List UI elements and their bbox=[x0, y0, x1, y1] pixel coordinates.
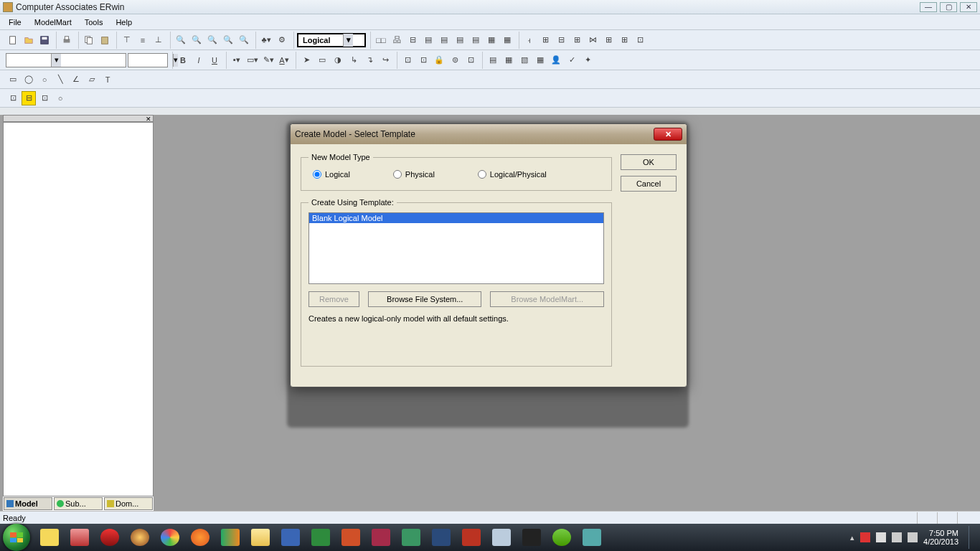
dialog-close-button[interactable]: ✕ bbox=[654, 128, 682, 141]
task-app4-icon[interactable] bbox=[397, 527, 425, 548]
task-butterfly-icon[interactable] bbox=[216, 527, 245, 548]
tree-tab-sub[interactable]: Sub... bbox=[54, 497, 103, 510]
zoom-100-icon[interactable]: 🔍 bbox=[221, 33, 235, 47]
paste-button[interactable] bbox=[98, 33, 112, 47]
dropdown-icon[interactable]: ♣▾ bbox=[259, 33, 273, 47]
merge3-icon[interactable]: ⊡ bbox=[37, 91, 52, 105]
fill-color-icon[interactable]: ▪▾ bbox=[230, 53, 244, 67]
list1-icon[interactable]: ▤ bbox=[421, 33, 435, 47]
menu-tools[interactable]: Tools bbox=[79, 17, 109, 28]
remove-button[interactable]: Remove bbox=[308, 291, 359, 307]
zoom-fit-icon[interactable]: 🔍 bbox=[205, 33, 220, 47]
minimize-button[interactable]: — bbox=[920, 2, 937, 12]
list4-icon[interactable]: ▤ bbox=[468, 33, 483, 47]
new-button[interactable] bbox=[6, 33, 20, 47]
task-explorer-icon[interactable] bbox=[246, 527, 275, 548]
bold-button[interactable]: B bbox=[176, 53, 190, 67]
task-access-icon[interactable] bbox=[367, 527, 395, 548]
task-app2-icon[interactable] bbox=[95, 527, 124, 548]
grid2-icon[interactable]: ▦ bbox=[501, 53, 516, 67]
person-icon[interactable]: 👤 bbox=[549, 53, 563, 67]
menu-help[interactable]: Help bbox=[110, 17, 138, 28]
tree-close-icon[interactable]: ✕ bbox=[144, 116, 153, 121]
layout1-icon[interactable]: ⫞ bbox=[522, 33, 537, 47]
menu-file[interactable]: File bbox=[3, 17, 27, 28]
start-button[interactable] bbox=[3, 524, 30, 551]
tray-battery-icon[interactable] bbox=[876, 532, 886, 542]
tray-expand-icon[interactable]: ▴ bbox=[850, 533, 854, 542]
lock-icon[interactable]: 🔒 bbox=[432, 53, 446, 67]
italic-button[interactable]: I bbox=[192, 53, 206, 67]
save-button[interactable] bbox=[37, 33, 52, 47]
child-icon[interactable]: ⊟ bbox=[405, 33, 420, 47]
gear-icon[interactable]: ⚙ bbox=[275, 33, 289, 47]
merge1-icon[interactable]: ⊡ bbox=[6, 91, 20, 105]
maximize-button[interactable]: ▢ bbox=[940, 2, 957, 12]
check-icon[interactable]: ✓ bbox=[565, 53, 579, 67]
task-idm-icon[interactable] bbox=[547, 527, 576, 548]
align-mid-icon[interactable]: ≡ bbox=[136, 33, 150, 47]
shape-text-icon[interactable]: T bbox=[100, 72, 115, 87]
copy-button[interactable] bbox=[82, 33, 96, 47]
task-app5-icon[interactable] bbox=[427, 527, 456, 548]
task-app6-icon[interactable] bbox=[457, 527, 486, 548]
merge4-icon[interactable]: ○ bbox=[53, 91, 67, 105]
task-excel-icon[interactable] bbox=[306, 527, 335, 548]
task-ppt-icon[interactable] bbox=[336, 527, 365, 548]
layout7-icon[interactable]: ⊞ bbox=[617, 33, 631, 47]
shape-oval-icon[interactable]: ○ bbox=[37, 72, 52, 87]
list3-icon[interactable]: ▤ bbox=[453, 33, 467, 47]
grid4-icon[interactable]: ▦ bbox=[533, 53, 547, 67]
db3-icon[interactable]: ⊜ bbox=[448, 53, 462, 67]
task-word-icon[interactable] bbox=[276, 527, 305, 548]
cancel-button[interactable]: Cancel bbox=[621, 176, 677, 192]
layout6-icon[interactable]: ⊞ bbox=[601, 33, 616, 47]
view-mode-select[interactable]: Logical ▾ bbox=[297, 33, 366, 47]
zoom-out-icon[interactable]: 🔍 bbox=[189, 33, 204, 47]
font-color-icon[interactable]: A▾ bbox=[277, 53, 291, 67]
prop1-icon[interactable]: ▦ bbox=[484, 33, 499, 47]
print-button[interactable] bbox=[60, 33, 74, 47]
layout5-icon[interactable]: ⋈ bbox=[585, 33, 600, 47]
shape-line-icon[interactable]: ╲ bbox=[53, 72, 67, 87]
subtype-icon[interactable]: ◑ bbox=[331, 53, 345, 67]
dialog-titlebar[interactable]: Create Model - Select Template ✕ bbox=[291, 124, 687, 144]
entity-icon[interactable]: □□ bbox=[374, 33, 388, 47]
task-chrome-icon[interactable] bbox=[156, 527, 184, 548]
tray-clock[interactable]: 7:50 PM 4/20/2013 bbox=[923, 529, 958, 546]
font-select[interactable]: ▾ bbox=[6, 53, 126, 67]
shape-poly-icon[interactable]: ∠ bbox=[69, 72, 83, 87]
template-listbox[interactable]: Blank Logical Model bbox=[308, 212, 604, 284]
layout3-icon[interactable]: ⊟ bbox=[554, 33, 568, 47]
rel2-icon[interactable]: ↴ bbox=[362, 53, 377, 67]
browse-fs-button[interactable]: Browse File System... bbox=[368, 291, 482, 307]
align-top-icon[interactable]: ⊤ bbox=[120, 33, 134, 47]
tree-tab-dom[interactable]: Dom... bbox=[104, 497, 153, 510]
db4-icon[interactable]: ⊡ bbox=[463, 53, 478, 67]
template-item-blank[interactable]: Blank Logical Model bbox=[309, 213, 603, 223]
tray-network-icon[interactable] bbox=[892, 532, 902, 542]
text-color-icon[interactable]: ✎▾ bbox=[261, 53, 275, 67]
tray-flag-icon[interactable] bbox=[860, 532, 870, 542]
grid1-icon[interactable]: ▤ bbox=[486, 53, 500, 67]
line-color-icon[interactable]: ▭▾ bbox=[245, 53, 260, 67]
close-button[interactable]: ✕ bbox=[960, 2, 977, 12]
task-firefox-icon[interactable] bbox=[186, 527, 215, 548]
zoom-area-icon[interactable]: 🔍 bbox=[237, 33, 251, 47]
rel1-icon[interactable]: ↳ bbox=[347, 53, 361, 67]
browse-mm-button[interactable]: Browse ModelMart... bbox=[490, 291, 604, 307]
ok-button[interactable]: OK bbox=[621, 154, 677, 170]
tree-body[interactable] bbox=[3, 122, 154, 496]
task-app3-icon[interactable] bbox=[126, 527, 154, 548]
layout4-icon[interactable]: ⊞ bbox=[570, 33, 584, 47]
shape-roundrect-icon[interactable]: ◯ bbox=[22, 72, 36, 87]
radio-logical-physical[interactable]: Logical/Physical bbox=[478, 170, 547, 179]
shape-rect-icon[interactable]: ▭ bbox=[6, 72, 20, 87]
task-sticky-icon[interactable] bbox=[35, 527, 64, 548]
pointer-icon[interactable]: ➤ bbox=[299, 53, 314, 67]
wand-icon[interactable]: ✦ bbox=[580, 53, 595, 67]
layout2-icon[interactable]: ⊞ bbox=[538, 33, 552, 47]
tray-volume-icon[interactable] bbox=[908, 532, 918, 542]
layout8-icon[interactable]: ⊡ bbox=[633, 33, 647, 47]
tree-tab-model[interactable]: Model bbox=[4, 497, 52, 510]
